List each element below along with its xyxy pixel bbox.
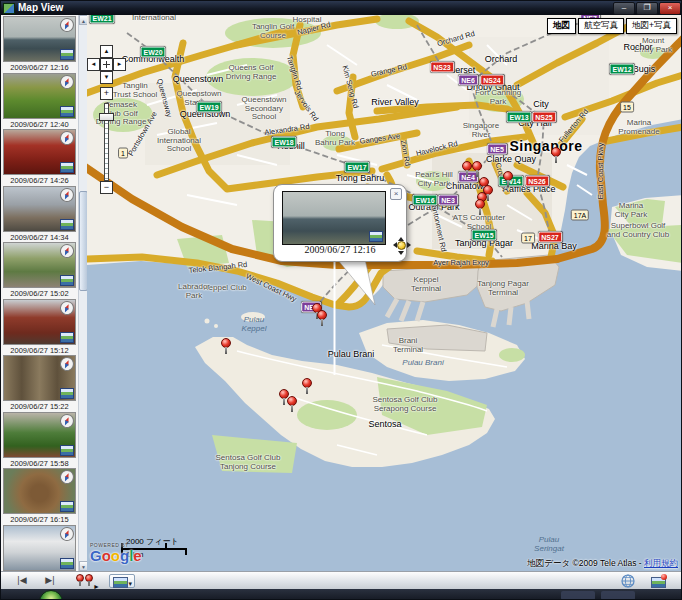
photo-thumbnail[interactable] — [3, 412, 76, 458]
photo-stack-icon[interactable] — [60, 219, 74, 230]
map-type-button-unselected[interactable]: 航空写真 — [578, 18, 624, 34]
photo-thumbnail[interactable] — [3, 468, 76, 514]
sidebar-scrollbar[interactable]: ▲ ▼ — [78, 15, 87, 571]
sidebar-photo-item[interactable]: 2009/06/27 12:16 — [1, 16, 78, 72]
first-photo-button[interactable]: |◀ — [13, 574, 31, 588]
info-window-close-icon[interactable]: × — [390, 188, 402, 200]
photo-timestamp: 2009/06/27 12:16 — [1, 63, 78, 72]
photo-stack-icon[interactable] — [60, 445, 74, 456]
map-type-button-selected[interactable]: 地図 — [547, 18, 576, 34]
photo-stack-icon[interactable] — [60, 275, 74, 286]
pan-up-button[interactable]: ▲ — [100, 45, 113, 58]
photo-thumbnail[interactable] — [3, 525, 76, 571]
pan-down-button[interactable]: ▼ — [100, 71, 113, 84]
photo-stack-icon[interactable] — [60, 388, 74, 399]
map-label: Superbowl Golf and Country Club — [607, 222, 669, 239]
compass-icon[interactable] — [58, 524, 77, 543]
photo-thumbnail[interactable] — [3, 129, 76, 175]
taskbar-item[interactable] — [561, 591, 595, 600]
photo-thumbnail[interactable] — [3, 16, 76, 62]
minimize-button[interactable]: – — [613, 2, 635, 15]
window-title: Map View — [18, 2, 63, 14]
mrt-station-shield: NS23 — [430, 62, 454, 73]
photo-stack-icon[interactable] — [60, 558, 74, 569]
sidebar-photo-item[interactable]: 2009/06/27 16:15 — [1, 468, 78, 524]
sidebar-photo-item[interactable]: 2009/06/27 20:07 — [1, 525, 78, 572]
photo-thumbnail[interactable] — [3, 73, 76, 119]
photo-timestamp: 2009/06/27 16:15 — [1, 515, 78, 524]
photo-stack-icon[interactable] — [60, 49, 74, 60]
sidebar-photo-item[interactable]: 2009/06/27 15:12 — [1, 299, 78, 355]
sidebar-photo-item[interactable]: 2009/06/27 15:22 — [1, 355, 78, 411]
photo-pushpin-icon[interactable] — [503, 171, 513, 181]
map-label: Tiong Bahru — [336, 174, 385, 184]
last-photo-button[interactable]: ▶| — [41, 574, 59, 588]
map-label: Queenstown Secondary School — [242, 96, 287, 122]
photo-pushpin-icon[interactable] — [221, 338, 231, 348]
photo-pin-button[interactable] — [649, 574, 669, 588]
compass-icon[interactable] — [58, 185, 77, 204]
sidebar-photo-item[interactable]: 2009/06/27 15:02 — [1, 242, 78, 298]
map-label: Singapore — [510, 139, 583, 154]
globe-icon — [621, 574, 635, 588]
map-type-button-unselected[interactable]: 地図+写真 — [626, 18, 677, 34]
compass-icon[interactable] — [58, 129, 77, 148]
photo-stack-icon[interactable] — [369, 231, 383, 242]
map-label: Pulau Brani — [328, 350, 375, 360]
compass-icon[interactable] — [58, 411, 77, 430]
map-label: Marina Bay — [531, 242, 577, 252]
photo-pushpin-icon[interactable] — [462, 161, 472, 171]
water-label: Pulau Brani — [402, 359, 443, 368]
zoom-in-button[interactable]: + — [100, 87, 113, 100]
map-label: Brani Terminal — [393, 337, 423, 354]
photo-thumbnail[interactable] — [3, 355, 76, 401]
start-orb-icon[interactable] — [39, 590, 63, 600]
photo-stack-icon[interactable] — [60, 106, 74, 117]
photo-thumbnail[interactable] — [3, 242, 76, 288]
photo-pushpin-icon[interactable] — [472, 161, 482, 171]
info-window-photo[interactable] — [282, 191, 386, 245]
photo-pushpin-icon[interactable] — [551, 147, 561, 157]
close-button[interactable]: × — [659, 2, 681, 15]
compass-icon[interactable] — [58, 72, 77, 91]
zoom-slider-thumb[interactable] — [99, 113, 114, 121]
pan-left-button[interactable]: ◄ — [87, 58, 100, 71]
mrt-station-shield: NE3 — [438, 195, 458, 206]
compass-icon[interactable] — [58, 355, 77, 374]
copyright-text: 地図データ ©2009 Tele Atlas - — [527, 558, 644, 568]
sidebar-photo-item[interactable]: 2009/06/27 12:40 — [1, 73, 78, 129]
photo-timestamp: 2009/06/27 12:40 — [1, 120, 78, 129]
compass-icon[interactable] — [58, 16, 77, 35]
photo-pushpin-icon[interactable] — [287, 396, 297, 406]
mrt-station-shield: EW18 — [271, 137, 296, 148]
photo-stack-icon[interactable] — [60, 501, 74, 512]
maximize-button[interactable]: ❐ — [636, 2, 658, 15]
mrt-station-shield: EW21 — [89, 15, 114, 24]
photo-pushpin-icon[interactable] — [475, 199, 485, 209]
windows-taskbar[interactable] — [1, 589, 682, 600]
sidebar-photo-item[interactable]: 2009/06/27 14:26 — [1, 129, 78, 185]
show-pins-button[interactable]: ► — [73, 574, 101, 588]
pan-center-button[interactable] — [100, 58, 113, 71]
zoom-out-button[interactable]: − — [100, 181, 113, 194]
sidebar-photo-item[interactable]: 2009/06/27 14:34 — [1, 186, 78, 242]
sidebar-photo-item[interactable]: 2009/06/27 15:58 — [1, 412, 78, 468]
photo-stack-icon[interactable] — [60, 162, 74, 173]
drag-marker-icon[interactable] — [393, 237, 409, 253]
photo-pushpin-icon[interactable] — [317, 310, 327, 320]
compass-icon[interactable] — [58, 468, 77, 487]
map-canvas[interactable]: InternationalHospitalTanglin Golf Course… — [87, 15, 682, 571]
taskbar-item[interactable] — [601, 591, 635, 600]
photo-thumbnail[interactable] — [3, 299, 76, 345]
globe-button[interactable] — [619, 574, 637, 588]
mrt-station-shield: EW19 — [196, 102, 221, 113]
pan-right-button[interactable]: ► — [113, 58, 126, 71]
photo-pushpin-icon[interactable] — [302, 378, 312, 388]
photo-thumbnail[interactable] — [3, 186, 76, 232]
photo-options-button[interactable]: ▾ — [109, 574, 135, 588]
compass-icon[interactable] — [58, 298, 77, 317]
compass-icon[interactable] — [58, 242, 77, 261]
terms-link[interactable]: 利用規約 — [644, 558, 678, 568]
info-window-caption: 2009/06/27 12:16 — [274, 244, 406, 255]
photo-stack-icon[interactable] — [60, 332, 74, 343]
